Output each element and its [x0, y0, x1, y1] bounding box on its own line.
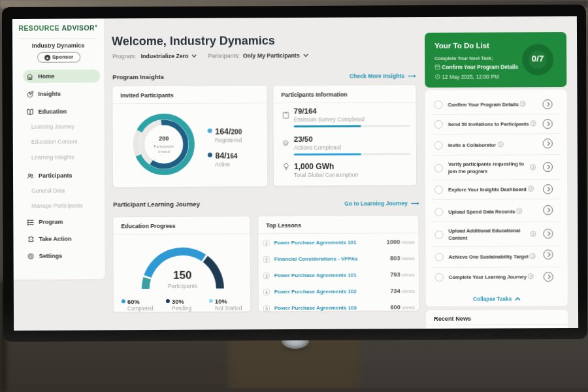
svg-text:Invited: Invited [158, 150, 169, 154]
svg-text:200: 200 [159, 135, 169, 142]
svg-text:Participants: Participants [154, 144, 174, 148]
